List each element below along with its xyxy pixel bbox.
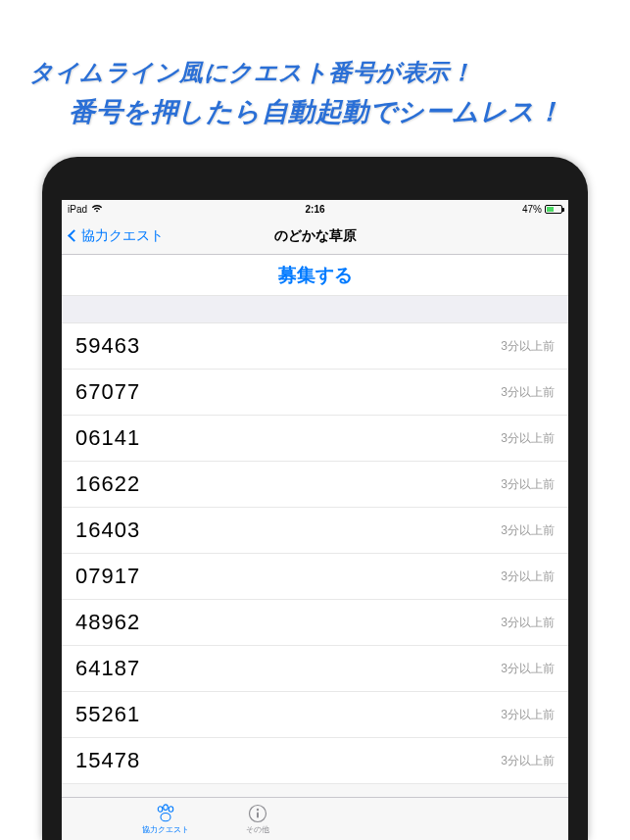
quest-timestamp: 3分以上前 bbox=[501, 615, 555, 631]
quest-timestamp: 3分以上前 bbox=[501, 753, 555, 769]
svg-point-0 bbox=[158, 806, 163, 811]
quest-number: 59463 bbox=[75, 333, 140, 359]
quest-row[interactable]: 15478 3分以上前 bbox=[62, 738, 568, 784]
quest-timestamp: 3分以上前 bbox=[501, 476, 555, 493]
svg-point-1 bbox=[164, 804, 169, 809]
chevron-left-icon bbox=[68, 229, 80, 242]
tab-label: その他 bbox=[246, 824, 269, 835]
status-right: 47% bbox=[522, 204, 562, 215]
quest-number: 67077 bbox=[75, 379, 140, 405]
quest-timestamp: 3分以上前 bbox=[501, 384, 555, 401]
svg-point-3 bbox=[161, 813, 170, 820]
promo-overlay: タイムライン風にクエスト番号が表示！ 番号を押したら自動起動でシームレス！ bbox=[0, 57, 630, 129]
status-time: 2:16 bbox=[305, 204, 324, 215]
page-title: のどかな草原 bbox=[274, 227, 357, 245]
status-left: iPad bbox=[68, 204, 103, 215]
tab-bar: 協力クエスト その他 bbox=[62, 797, 568, 840]
quest-timestamp: 3分以上前 bbox=[501, 430, 555, 447]
quest-row[interactable]: 67077 3分以上前 bbox=[62, 370, 568, 416]
quest-row[interactable]: 59463 3分以上前 bbox=[62, 323, 568, 370]
tab-label: 協力クエスト bbox=[142, 824, 189, 835]
quest-timestamp: 3分以上前 bbox=[501, 338, 555, 355]
quest-row[interactable]: 48962 3分以上前 bbox=[62, 600, 568, 646]
quest-number: 06141 bbox=[75, 425, 140, 451]
quest-number: 15478 bbox=[75, 748, 140, 773]
quest-row[interactable]: 16622 3分以上前 bbox=[62, 462, 568, 508]
back-label: 協力クエスト bbox=[81, 227, 164, 245]
status-bar: iPad 2:16 47% bbox=[62, 200, 568, 218]
paw-icon bbox=[155, 804, 176, 823]
tab-coop-quest[interactable]: 協力クエスト bbox=[142, 804, 189, 835]
ipad-device-frame: iPad 2:16 47% 協力クエスト のどかな草原 募集する bbox=[42, 157, 588, 840]
promo-line-2: 番号を押したら自動起動でシームレス！ bbox=[29, 94, 630, 129]
quest-timestamp: 3分以上前 bbox=[501, 661, 555, 677]
quest-row[interactable]: 07917 3分以上前 bbox=[62, 554, 568, 600]
quest-row[interactable]: 06141 3分以上前 bbox=[62, 416, 568, 462]
quest-row[interactable]: 16403 3分以上前 bbox=[62, 508, 568, 554]
quest-row[interactable]: 55261 3分以上前 bbox=[62, 692, 568, 738]
recruit-bar: 募集する bbox=[62, 255, 568, 296]
quest-number: 07917 bbox=[75, 564, 140, 589]
promo-line-1: タイムライン風にクエスト番号が表示！ bbox=[29, 57, 630, 88]
svg-rect-6 bbox=[257, 812, 259, 817]
info-icon bbox=[248, 804, 267, 823]
quest-number: 64187 bbox=[75, 656, 140, 681]
quest-number: 48962 bbox=[75, 610, 140, 635]
quest-list: 59463 3分以上前 67077 3分以上前 06141 3分以上前 1662… bbox=[62, 323, 568, 784]
wifi-icon bbox=[91, 204, 103, 215]
recruit-button[interactable]: 募集する bbox=[278, 263, 353, 288]
tab-other[interactable]: その他 bbox=[246, 804, 269, 835]
quest-timestamp: 3分以上前 bbox=[501, 707, 555, 723]
quest-number: 55261 bbox=[75, 702, 140, 727]
battery-percent: 47% bbox=[522, 204, 542, 215]
battery-icon bbox=[545, 205, 562, 214]
carrier-label: iPad bbox=[68, 204, 87, 215]
svg-point-2 bbox=[169, 806, 173, 811]
device-screen: iPad 2:16 47% 協力クエスト のどかな草原 募集する bbox=[62, 200, 568, 840]
quest-timestamp: 3分以上前 bbox=[501, 568, 555, 585]
section-gap bbox=[62, 296, 568, 323]
quest-number: 16622 bbox=[75, 471, 140, 497]
quest-row[interactable]: 64187 3分以上前 bbox=[62, 646, 568, 692]
quest-number: 16403 bbox=[75, 518, 140, 543]
back-button[interactable]: 協力クエスト bbox=[70, 227, 164, 245]
navigation-bar: 協力クエスト のどかな草原 bbox=[62, 218, 568, 255]
quest-timestamp: 3分以上前 bbox=[501, 522, 555, 539]
svg-point-5 bbox=[257, 808, 259, 810]
